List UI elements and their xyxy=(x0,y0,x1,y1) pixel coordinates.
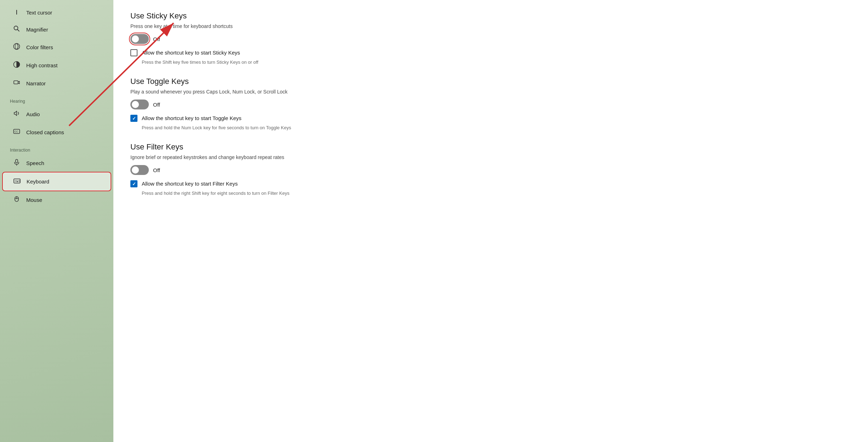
mouse-icon xyxy=(13,196,21,204)
sticky-keys-toggle-row: Off xyxy=(130,34,851,44)
svg-rect-5 xyxy=(14,81,18,84)
sticky-keys-title: Use Sticky Keys xyxy=(130,11,851,21)
svg-point-3 xyxy=(15,44,18,50)
sidebar-item-narrator[interactable]: Narrator xyxy=(3,75,111,92)
toggle-keys-shortcut-label: Allow the shortcut key to start Toggle K… xyxy=(142,114,242,122)
filter-keys-title: Use Filter Keys xyxy=(130,142,851,152)
toggle-keys-toggle-label: Off xyxy=(153,102,160,108)
sidebar-item-label: Keyboard xyxy=(27,178,49,185)
svg-point-2 xyxy=(14,44,20,50)
sidebar-item-label: High contrast xyxy=(26,62,57,68)
svg-rect-15 xyxy=(15,181,16,182)
sidebar-item-label: Color filters xyxy=(26,44,53,50)
sticky-keys-description: Press one key at a time for keyboard sho… xyxy=(130,23,851,29)
sticky-keys-checkbox-row: Allow the shortcut key to start Sticky K… xyxy=(130,49,851,56)
magnifier-icon xyxy=(13,26,21,34)
sidebar-item-mouse[interactable]: Mouse xyxy=(3,191,111,209)
sidebar-item-label: Closed captions xyxy=(26,129,64,135)
sidebar: I Text cursor Magnifier Color filters Hi… xyxy=(0,0,113,442)
filter-keys-shortcut-sublabel: Press and hold the right Shift key for e… xyxy=(142,190,851,197)
svg-rect-11 xyxy=(15,180,16,181)
sidebar-item-text-cursor[interactable]: I Text cursor xyxy=(3,5,111,21)
sidebar-item-speech[interactable]: Speech xyxy=(3,154,111,172)
filter-keys-toggle[interactable] xyxy=(130,165,149,175)
toggle-keys-title: Use Toggle Keys xyxy=(130,77,851,86)
sticky-keys-toggle[interactable] xyxy=(130,34,149,44)
toggle-keys-toggle-knob xyxy=(132,101,139,108)
svg-text:CC: CC xyxy=(15,130,18,133)
filter-keys-checkbox-row: Allow the shortcut key to start Filter K… xyxy=(130,180,851,187)
audio-icon xyxy=(13,110,21,119)
filter-keys-toggle-knob xyxy=(132,166,139,174)
svg-rect-16 xyxy=(16,181,18,182)
hearing-section-header: Hearing xyxy=(0,92,113,105)
sidebar-item-label: Speech xyxy=(26,160,44,166)
sidebar-item-label: Magnifier xyxy=(26,27,48,33)
svg-point-0 xyxy=(14,26,18,30)
filter-keys-toggle-label: Off xyxy=(153,167,160,173)
toggle-keys-checkbox-row: Allow the shortcut key to start Toggle K… xyxy=(130,114,851,122)
sidebar-item-label: Mouse xyxy=(26,197,42,203)
filter-keys-shortcut-checkbox[interactable] xyxy=(130,180,137,187)
svg-rect-12 xyxy=(16,180,17,181)
sticky-keys-toggle-knob xyxy=(132,35,139,42)
keyboard-icon xyxy=(13,177,21,186)
speech-icon xyxy=(13,159,21,168)
sidebar-item-audio[interactable]: Audio xyxy=(3,106,111,123)
svg-rect-13 xyxy=(18,180,18,181)
closed-captions-icon: CC xyxy=(13,128,21,137)
filter-keys-shortcut-label: Allow the shortcut key to start Filter K… xyxy=(142,180,238,187)
toggle-keys-shortcut-sublabel: Press and hold the Num Lock key for five… xyxy=(142,125,851,131)
filter-keys-description: Ignore brief or repeated keystrokes and … xyxy=(130,154,851,160)
main-content: Use Sticky Keys Press one key at a time … xyxy=(113,0,868,442)
narrator-icon xyxy=(13,79,21,88)
sidebar-item-label: Narrator xyxy=(26,80,46,86)
svg-rect-14 xyxy=(19,180,20,181)
sidebar-item-keyboard[interactable]: Keyboard xyxy=(3,172,111,191)
sticky-keys-shortcut-sublabel: Press the Shift key five times to turn S… xyxy=(142,59,851,66)
sidebar-item-magnifier[interactable]: Magnifier xyxy=(3,21,111,38)
sidebar-item-label: Text cursor xyxy=(26,10,52,16)
svg-rect-8 xyxy=(16,159,18,163)
toggle-keys-toggle-row: Off xyxy=(130,100,851,109)
color-filters-icon xyxy=(13,43,21,52)
sidebar-item-high-contrast[interactable]: High contrast xyxy=(3,57,111,74)
sticky-keys-shortcut-label: Allow the shortcut key to start Sticky K… xyxy=(142,49,240,56)
svg-rect-17 xyxy=(19,181,20,182)
svg-rect-10 xyxy=(14,179,20,183)
sticky-keys-toggle-label: Off xyxy=(153,36,160,42)
sidebar-item-color-filters[interactable]: Color filters xyxy=(3,39,111,56)
toggle-keys-shortcut-checkbox[interactable] xyxy=(130,115,137,122)
toggle-keys-toggle[interactable] xyxy=(130,100,149,109)
text-cursor-icon: I xyxy=(13,9,21,16)
sticky-keys-shortcut-checkbox[interactable] xyxy=(130,49,137,56)
high-contrast-icon xyxy=(13,61,21,70)
sidebar-item-closed-captions[interactable]: CC Closed captions xyxy=(3,124,111,141)
interaction-section-header: Interaction xyxy=(0,141,113,154)
filter-keys-toggle-row: Off xyxy=(130,165,851,175)
sidebar-item-label: Audio xyxy=(26,111,40,117)
toggle-keys-description: Play a sound whenever you press Caps Loc… xyxy=(130,89,851,95)
svg-line-1 xyxy=(18,30,19,32)
